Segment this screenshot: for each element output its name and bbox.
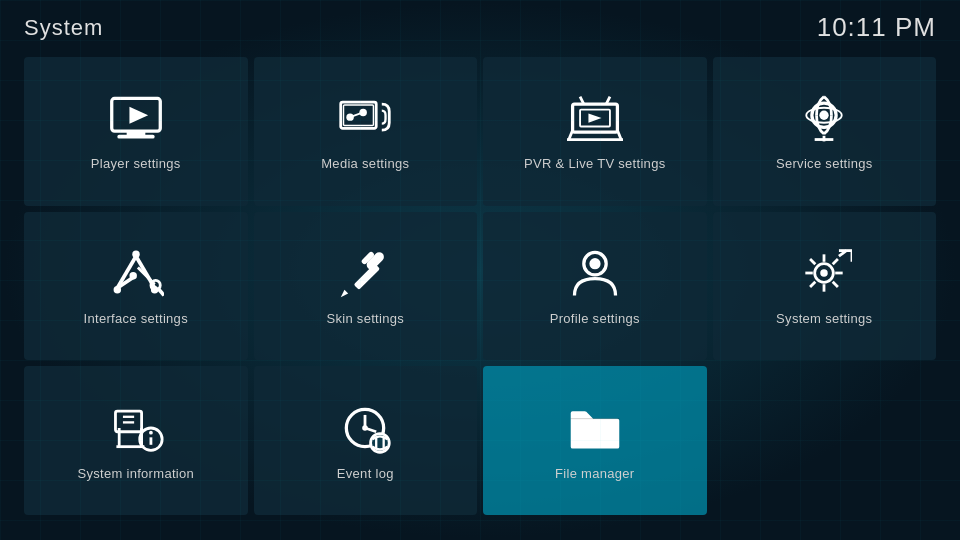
profile-settings-label: Profile settings xyxy=(550,311,640,326)
interface-settings-icon xyxy=(106,246,166,301)
tile-pvr-settings[interactable]: PVR & Live TV settings xyxy=(483,57,707,206)
interface-settings-label: Interface settings xyxy=(84,311,188,326)
clock: 10:11 PM xyxy=(817,12,936,43)
system-information-icon xyxy=(106,401,166,456)
player-settings-label: Player settings xyxy=(91,156,181,171)
svg-marker-15 xyxy=(588,113,601,122)
service-settings-label: Service settings xyxy=(776,156,873,171)
system-settings-label: System settings xyxy=(776,311,872,326)
tile-skin-settings[interactable]: Skin settings xyxy=(254,212,478,361)
svg-rect-30 xyxy=(354,264,380,290)
event-log-label: Event log xyxy=(337,466,394,481)
svg-marker-1 xyxy=(129,107,148,124)
tile-event-log[interactable]: Event log xyxy=(254,366,478,515)
service-settings-icon xyxy=(794,91,854,146)
svg-line-9 xyxy=(569,130,573,139)
svg-point-51 xyxy=(362,425,368,431)
tile-system-settings[interactable]: System settings xyxy=(713,212,937,361)
tile-media-settings[interactable]: Media settings xyxy=(254,57,478,206)
svg-point-17 xyxy=(820,110,829,119)
file-manager-label: File manager xyxy=(555,466,634,481)
svg-line-10 xyxy=(617,130,621,139)
svg-point-47 xyxy=(149,431,153,435)
tile-service-settings[interactable]: Service settings xyxy=(713,57,937,206)
skin-settings-label: Skin settings xyxy=(326,311,404,326)
svg-point-23 xyxy=(132,251,139,258)
tile-file-manager[interactable]: File manager xyxy=(483,366,707,515)
app-title: System xyxy=(24,15,103,41)
media-settings-label: Media settings xyxy=(321,156,409,171)
tile-system-information[interactable]: System information xyxy=(24,366,248,515)
player-settings-icon xyxy=(106,91,166,146)
skin-settings-icon xyxy=(335,246,395,301)
svg-point-22 xyxy=(113,287,120,294)
tile-profile-settings[interactable]: Profile settings xyxy=(483,212,707,361)
svg-line-28 xyxy=(158,289,164,296)
pvr-settings-label: PVR & Live TV settings xyxy=(524,156,665,171)
svg-rect-3 xyxy=(126,131,145,136)
file-manager-icon xyxy=(565,401,625,456)
system-settings-icon xyxy=(794,246,854,301)
profile-settings-icon xyxy=(565,246,625,301)
event-log-icon xyxy=(335,401,395,456)
svg-point-33 xyxy=(589,259,600,270)
header: System 10:11 PM xyxy=(0,0,960,51)
settings-grid: Player settings Media settings PVR & Liv… xyxy=(0,51,960,531)
svg-point-35 xyxy=(821,270,828,277)
svg-point-25 xyxy=(129,273,136,280)
pvr-settings-icon xyxy=(565,91,625,146)
svg-rect-4 xyxy=(341,102,376,128)
system-information-label: System information xyxy=(77,466,194,481)
media-settings-icon xyxy=(335,91,395,146)
tile-player-settings[interactable]: Player settings xyxy=(24,57,248,206)
tile-interface-settings[interactable]: Interface settings xyxy=(24,212,248,361)
